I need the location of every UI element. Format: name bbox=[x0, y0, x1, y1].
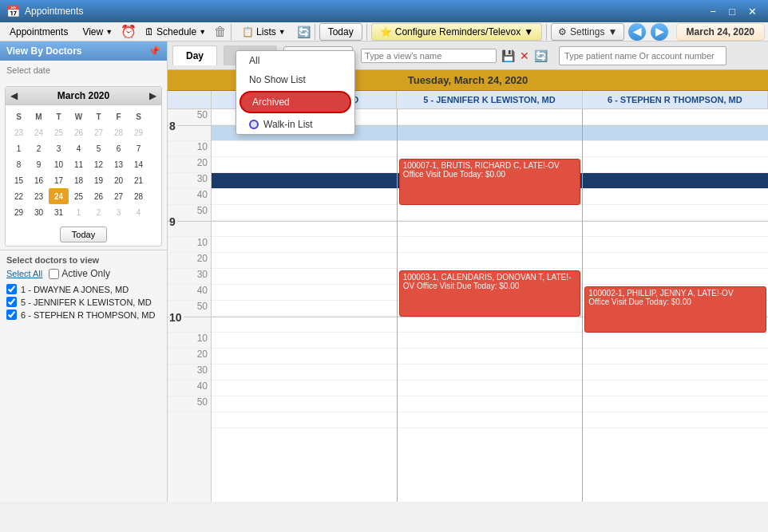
cal-day[interactable]: 3 bbox=[49, 140, 69, 156]
doctor-thompson-checkbox[interactable] bbox=[6, 309, 17, 320]
cal-day[interactable]: 11 bbox=[69, 156, 89, 172]
time-slot-840: 40 bbox=[168, 189, 211, 205]
view-name-input[interactable] bbox=[361, 49, 497, 63]
cal-day[interactable]: 20 bbox=[109, 172, 129, 188]
cal-day[interactable]: 18 bbox=[69, 172, 89, 188]
doctor-col-lewiston[interactable]: 100007-1, BRUTIS, RICHARD C, LATE!-OVOff… bbox=[398, 109, 584, 502]
cal-day[interactable]: 31 bbox=[49, 204, 69, 220]
view-refresh-icon[interactable]: 🔄 bbox=[534, 49, 548, 62]
cal-day[interactable]: 15 bbox=[9, 172, 29, 188]
cal-day[interactable]: 23 bbox=[9, 124, 29, 140]
app-title: Appointments bbox=[25, 6, 83, 17]
time-row bbox=[398, 253, 583, 269]
cal-day[interactable]: 22 bbox=[9, 188, 29, 204]
select-all-link[interactable]: Select All bbox=[6, 269, 42, 278]
cal-day[interactable]: 5 bbox=[89, 140, 109, 156]
cal-day[interactable]: 2 bbox=[29, 140, 49, 156]
menu-lists[interactable]: 📋 Lists ▼ bbox=[236, 25, 292, 39]
settings-btn[interactable]: ⚙ Settings ▼ bbox=[551, 23, 624, 41]
cal-day[interactable]: 1 bbox=[9, 140, 29, 156]
doctor-lewiston-name: 5 - JENNIFER K LEWISTON, MD bbox=[21, 298, 152, 307]
cal-day[interactable]: 26 bbox=[69, 124, 89, 140]
doctor-col-jones[interactable]: 100009-1, ANDERSON, LYDIA K, LATE!-OVOff… bbox=[212, 109, 398, 502]
time-row bbox=[583, 349, 768, 365]
cal-day[interactable]: 29 bbox=[129, 124, 148, 140]
cal-day[interactable]: 23 bbox=[29, 188, 49, 204]
trash-icon[interactable]: 🗑 bbox=[214, 25, 227, 39]
cal-day[interactable]: 16 bbox=[29, 172, 49, 188]
lists-walkin[interactable]: Walk-in List bbox=[236, 115, 354, 134]
time-row bbox=[583, 365, 768, 380]
cal-day[interactable]: 30 bbox=[29, 204, 49, 220]
cal-today[interactable]: 24 bbox=[49, 188, 69, 204]
cal-day[interactable]: 25 bbox=[69, 188, 89, 204]
cal-day[interactable]: 13 bbox=[109, 156, 129, 172]
cal-day[interactable]: 14 bbox=[129, 156, 148, 172]
cal-prev-btn[interactable]: ◀ bbox=[10, 90, 18, 101]
cal-dow-w: W bbox=[69, 108, 89, 124]
cal-next-btn[interactable]: ▶ bbox=[149, 90, 156, 101]
cal-dow-s2: S bbox=[129, 108, 148, 124]
doctor-col-thompson[interactable]: 100002-1, PHILLIP, JENNY A, LATE!-OVOffi… bbox=[583, 109, 768, 502]
icon-group: 🔄 bbox=[297, 26, 311, 38]
maximize-button[interactable]: □ bbox=[724, 4, 740, 19]
cal-day[interactable]: 21 bbox=[129, 172, 148, 188]
time-slot-810: 10 bbox=[168, 141, 211, 157]
cal-day[interactable]: 4 bbox=[69, 140, 89, 156]
refresh-icon[interactable]: 🔄 bbox=[297, 26, 311, 38]
time-row bbox=[212, 205, 397, 221]
cal-day[interactable]: 1 bbox=[69, 204, 89, 220]
configure-btn[interactable]: ⭐ Configure Reminders/Televox ▼ bbox=[371, 23, 542, 41]
doctor-lewiston-checkbox[interactable] bbox=[6, 297, 17, 307]
cal-day[interactable]: 29 bbox=[9, 204, 29, 220]
prev-date-btn[interactable]: ◀ bbox=[628, 23, 646, 41]
active-only-checkbox[interactable] bbox=[49, 269, 59, 279]
today-btn[interactable]: Today bbox=[319, 23, 362, 41]
cal-day[interactable]: 27 bbox=[89, 124, 109, 140]
current-date: March 24, 2020 bbox=[676, 23, 765, 41]
lists-archived[interactable]: Archived bbox=[240, 91, 351, 113]
tab-day[interactable]: Day bbox=[172, 45, 217, 65]
cal-day[interactable]: 8 bbox=[9, 156, 29, 172]
cal-day[interactable]: 10 bbox=[49, 156, 69, 172]
cal-today-btn[interactable]: Today bbox=[60, 227, 107, 242]
lists-all[interactable]: All bbox=[236, 51, 354, 70]
view-save-icon[interactable]: 💾 bbox=[501, 49, 515, 62]
cal-day[interactable]: 27 bbox=[109, 188, 129, 204]
cal-day[interactable]: 3 bbox=[109, 204, 129, 220]
time-row bbox=[212, 157, 397, 173]
menu-appointments[interactable]: Appointments bbox=[3, 25, 74, 39]
minimize-button[interactable]: − bbox=[706, 4, 722, 19]
appt-calendaris[interactable]: 100003-1, CALENDARIS, DONOVAN T, LATE!-O… bbox=[399, 270, 581, 317]
lists-no-show[interactable]: No Show List bbox=[236, 70, 354, 89]
cal-day[interactable]: 19 bbox=[89, 172, 109, 188]
cal-week-5: 29 30 31 1 2 3 4 bbox=[9, 204, 158, 220]
next-date-btn[interactable]: ▶ bbox=[651, 23, 668, 41]
time-slot-910: 10 bbox=[168, 237, 211, 253]
view-close-icon[interactable]: ✕ bbox=[520, 49, 529, 62]
cal-day[interactable]: 28 bbox=[109, 124, 129, 140]
appt-phillip[interactable]: 100002-1, PHILLIP, JENNY A, LATE!-OVOffi… bbox=[584, 286, 766, 333]
cal-dow-row: S M T W T F S bbox=[9, 108, 158, 124]
cal-day[interactable]: 2 bbox=[89, 204, 109, 220]
cal-day[interactable]: 6 bbox=[109, 140, 129, 156]
close-button[interactable]: ✕ bbox=[743, 4, 762, 19]
cal-day[interactable]: 17 bbox=[49, 172, 69, 188]
time-row-9-lew bbox=[398, 221, 583, 237]
menu-view[interactable]: View ▼ bbox=[76, 25, 119, 39]
time-label-750: 50 bbox=[197, 109, 208, 120]
alarm-icon[interactable]: ⏰ bbox=[121, 24, 137, 39]
patient-search-input[interactable] bbox=[559, 46, 726, 65]
cal-day[interactable]: 9 bbox=[29, 156, 49, 172]
doctor-jones-checkbox[interactable] bbox=[6, 284, 17, 294]
cal-day[interactable]: 4 bbox=[129, 204, 148, 220]
cal-day[interactable]: 25 bbox=[49, 124, 69, 140]
appt-brutis[interactable]: 100007-1, BRUTIS, RICHARD C, LATE!-OVOff… bbox=[399, 159, 581, 205]
cal-day[interactable]: 12 bbox=[89, 156, 109, 172]
schedule-arrow: ▼ bbox=[199, 28, 206, 36]
cal-day[interactable]: 26 bbox=[89, 188, 109, 204]
cal-day[interactable]: 24 bbox=[29, 124, 49, 140]
cal-day[interactable]: 28 bbox=[129, 188, 148, 204]
cal-day[interactable]: 7 bbox=[129, 140, 148, 156]
menu-schedule[interactable]: 🗓 Schedule ▼ bbox=[138, 25, 212, 39]
